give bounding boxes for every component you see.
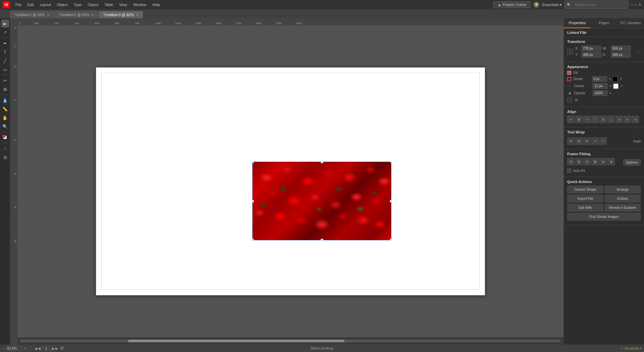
distribute-left[interactable]: ⊰ [615,116,623,123]
type-tool[interactable]: T [1,48,9,56]
menu-object[interactable]: Layout [37,2,54,8]
align-right[interactable]: ⊣ [583,116,591,123]
selection-tool[interactable]: ▶ [1,19,9,27]
wrap-jump[interactable]: ≡ [591,137,599,145]
essentials-dropdown[interactable]: Essentials ▾ [542,3,561,7]
fill-frame-proportionally[interactable]: ⊡ [583,158,591,165]
fill-color-icon[interactable] [567,71,571,75]
pen-tool[interactable]: ✒ [1,39,9,47]
stroke-value-input[interactable] [592,76,607,82]
scissors-tool[interactable]: ✂ [1,76,9,84]
resize-handle-tl[interactable] [252,162,254,163]
publish-online-button[interactable]: ▲ Publish Online [493,1,531,8]
fitting-options-button[interactable]: Options [623,159,641,166]
transform-more[interactable]: ⋯ [637,49,641,54]
stroke-color-icon[interactable] [567,77,571,81]
lightbulb-icon[interactable]: 💡 [533,2,539,8]
measure-tool[interactable]: 📏 [1,105,9,113]
reveal-in-explorer-button[interactable]: Reveal in Explorer [605,204,641,212]
corner-value-input[interactable] [593,83,608,89]
search-input[interactable] [572,2,626,8]
zoom-out-button[interactable]: − [3,347,5,350]
convert-shape-button[interactable]: Convert Shape [567,186,603,193]
view-mode[interactable]: □ [1,144,9,153]
free-transform-tool[interactable]: ⊞ [1,85,9,93]
import-file-button[interactable]: Import File [567,195,603,202]
eyedropper-tool[interactable]: 💧 [1,96,9,104]
resize-handle-tc[interactable] [321,162,323,163]
autofit-checkbox[interactable] [567,169,571,173]
tab-pages[interactable]: Pages [591,18,618,28]
horizontal-scrollbar[interactable] [17,337,564,345]
opacity-dropdown[interactable]: ▾ [610,92,611,95]
h-input[interactable] [611,52,631,58]
image-frame[interactable] [252,162,391,240]
tab-untitled-2[interactable]: *Untitled-2 @ 62% ✕ [55,11,99,18]
fit-content-to-frame[interactable]: ⊟ [567,158,575,165]
screen-mode[interactable]: ⊟ [1,153,9,161]
corner-swatch-dropdown[interactable]: ▾ [621,84,622,87]
find-similar-images-button[interactable]: Find Similar Images [567,213,641,221]
menu-edit[interactable]: Edit [25,2,37,8]
stroke-dropdown[interactable]: ▾ [609,77,610,80]
zoom-input[interactable] [6,346,23,351]
tab-untitled-1[interactable]: *Untitled-1 @ 62% ✕ [10,11,54,18]
next-page-button[interactable]: ▶ [55,347,58,350]
y-input[interactable] [581,52,601,58]
align-center-v[interactable]: ⊟ [599,116,607,123]
errors-dropdown[interactable]: ▾ [640,347,641,350]
distribute-center[interactable]: ⊱ [624,116,631,123]
zoom-tool[interactable]: 🔍 [1,122,9,130]
wrap-none[interactable]: ⊟ [567,137,575,145]
errors-indicator[interactable]: ✓ No errors ▾ [621,347,641,350]
fit-frame-to-content[interactable]: ⊞ [575,158,583,165]
tab-properties[interactable]: Properties [564,18,591,28]
wrap-next-column[interactable]: ⊣ [599,137,607,145]
x-input[interactable] [581,46,601,51]
fx-checkbox[interactable]: □ [567,98,572,102]
maximize-button[interactable]: □ [635,3,637,7]
text-wrap-more[interactable]: ⋯ [637,131,641,135]
resize-handle-bl[interactable] [252,239,254,240]
fx-button[interactable]: fx [574,97,580,103]
fill-color[interactable] [1,133,9,141]
direct-selection-tool[interactable]: ↗ [1,28,9,36]
tab-close-3[interactable]: ✕ [136,13,139,17]
corner-swatch[interactable] [613,83,619,89]
menu-file[interactable]: File [13,2,24,8]
wrap-around-bbox[interactable]: ⊞ [575,137,583,145]
arrange-button[interactable]: Arrange [605,186,641,193]
zoom-in-button[interactable]: + [24,347,26,350]
menu-type[interactable]: Type [71,2,85,8]
stroke-swatch-dropdown[interactable]: ▾ [620,77,622,80]
fit-content-proportionally[interactable]: ⊠ [591,158,599,165]
line-tool[interactable]: ╱ [1,57,9,65]
scrollbar-thumb[interactable] [128,340,344,342]
w-input[interactable] [611,46,631,51]
tab-close-2[interactable]: ✕ [91,13,94,17]
close-button[interactable]: ✕ [638,3,641,7]
clear-frame-fitting[interactable]: ⊗ [607,158,615,165]
tab-untitled-3[interactable]: *Untitled-3 @ 62% ✕ [99,11,143,18]
next-spread-button[interactable]: ▶ [52,347,55,350]
align-bottom[interactable]: ⊥ [607,116,615,123]
align-center-h[interactable]: ⊞ [575,116,583,123]
align-left[interactable]: ⊢ [567,116,575,123]
prev-page-button[interactable]: ◀ [35,347,37,350]
menu-window[interactable]: Window [130,2,149,8]
menu-table[interactable]: Table [102,2,116,8]
resize-handle-bc[interactable] [321,239,323,240]
menu-view[interactable]: View [116,2,130,8]
menu-layout[interactable]: Object [54,2,70,8]
resize-handle-br[interactable] [390,239,391,240]
corner-dropdown[interactable]: ▾ [610,84,611,87]
preflight-button[interactable]: ⦿ [60,346,64,351]
resize-handle-mr[interactable] [390,200,391,202]
embed-button[interactable]: Embed [605,195,641,202]
stroke-color-swatch[interactable] [612,76,618,82]
rectangle-tool[interactable]: ▭ [1,65,9,73]
distribute-right[interactable]: ⊲ [632,116,639,123]
tab-cc-libraries[interactable]: CC Libraries [617,18,644,28]
tab-close-1[interactable]: ✕ [47,13,50,17]
center-content[interactable]: ⊕ [599,158,607,165]
